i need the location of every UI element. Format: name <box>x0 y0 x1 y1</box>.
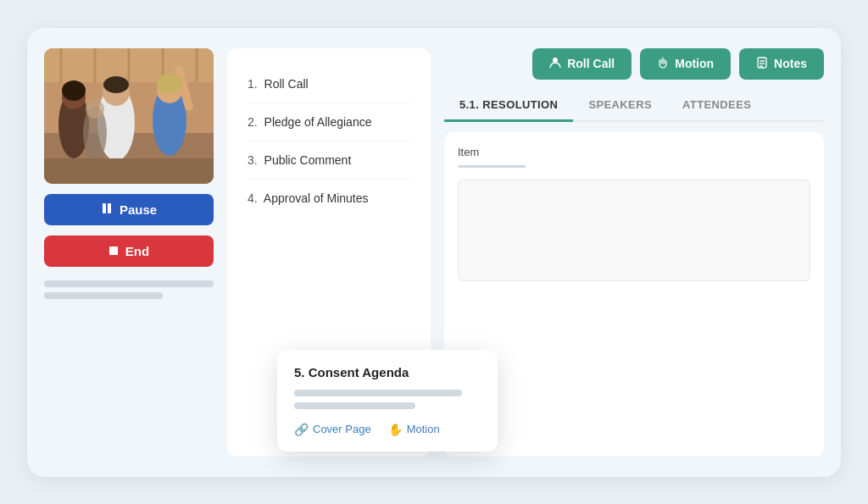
svg-point-19 <box>86 100 104 119</box>
item-2-title: Pledge of Allegiance <box>264 115 372 129</box>
tab-resolution-label: 5.1. RESOLUTION <box>459 98 558 111</box>
svg-rect-20 <box>44 158 214 184</box>
notes-button[interactable]: Notes <box>739 48 824 80</box>
action-buttons: Roll Call Motion <box>444 48 824 80</box>
item-4-number: 4. <box>248 191 258 205</box>
svg-point-17 <box>157 74 182 94</box>
item-label: Item <box>458 146 810 158</box>
main-card: Pause End 1. Roll Call 2. Pledge of Alle… <box>27 28 841 477</box>
item-3-title: Public Comment <box>264 153 352 167</box>
item-1-title: Roll Call <box>264 77 309 91</box>
svg-point-24 <box>553 58 558 63</box>
popup-bar-2 <box>294 402 415 409</box>
item-2-number: 2. <box>248 115 258 129</box>
tab-speakers-label: SPEAKERS <box>588 98 652 111</box>
end-label: End <box>125 244 149 258</box>
person-icon <box>549 57 561 71</box>
tab-resolution[interactable]: 5.1. RESOLUTION <box>444 90 573 122</box>
item-underline <box>458 165 526 168</box>
pause-button[interactable]: Pause <box>44 194 214 225</box>
left-progress-bars <box>44 280 214 299</box>
roll-call-button[interactable]: Roll Call <box>532 48 632 80</box>
progress-bar-1 <box>44 280 214 287</box>
tab-attendees-label: ATTENDEES <box>682 98 751 111</box>
svg-point-10 <box>62 80 86 101</box>
svg-rect-23 <box>109 246 118 255</box>
item-1-number: 1. <box>248 77 258 91</box>
motion-label: Motion <box>675 57 714 70</box>
note-icon <box>756 57 768 71</box>
agenda-item-3[interactable]: 3. Public Comment <box>248 141 410 180</box>
hand-icon: ✋ <box>388 423 403 436</box>
popup-motion-label: Motion <box>407 423 440 435</box>
agenda-item-2[interactable]: 2. Pledge of Allegiance <box>248 103 410 141</box>
svg-rect-21 <box>103 203 106 213</box>
pause-label: Pause <box>120 202 157 217</box>
svg-point-13 <box>103 76 129 93</box>
cover-page-link[interactable]: 🔗 Cover Page <box>294 423 371 436</box>
meeting-image <box>44 48 214 184</box>
motion-button[interactable]: Motion <box>640 48 731 80</box>
left-panel: Pause End <box>44 48 214 457</box>
link-icon: 🔗 <box>294 423 309 436</box>
end-button[interactable]: End <box>44 235 214 267</box>
progress-bar-2 <box>44 292 163 299</box>
pause-icon <box>101 202 113 217</box>
popup-bar-1 <box>294 390 462 396</box>
tab-speakers[interactable]: SPEAKERS <box>573 90 667 122</box>
notes-label: Notes <box>774 57 807 70</box>
tabs-row: 5.1. RESOLUTION SPEAKERS ATTENDEES <box>444 90 824 122</box>
item-3-number: 3. <box>248 153 258 167</box>
agenda-item-4[interactable]: 4. Approval of Minutes <box>248 180 410 217</box>
popup-card: 5. Consent Agenda 🔗 Cover Page ✋ Motion <box>277 350 498 451</box>
popup-bars <box>294 390 481 409</box>
cover-page-label: Cover Page <box>313 423 371 435</box>
hand-raise-icon <box>657 57 669 71</box>
roll-call-label: Roll Call <box>567 57 615 70</box>
svg-rect-22 <box>108 203 111 213</box>
popup-title: 5. Consent Agenda <box>294 365 481 379</box>
motion-link[interactable]: ✋ Motion <box>388 423 440 436</box>
right-panel: Roll Call Motion <box>444 48 824 457</box>
stop-icon <box>108 244 119 258</box>
popup-actions: 🔗 Cover Page ✋ Motion <box>294 423 481 436</box>
right-content: Item <box>444 132 824 457</box>
item-4-title: Approval of Minutes <box>264 191 369 205</box>
tab-attendees[interactable]: ATTENDEES <box>667 90 766 122</box>
content-box <box>458 180 810 281</box>
agenda-item-1[interactable]: 1. Roll Call <box>248 65 410 103</box>
